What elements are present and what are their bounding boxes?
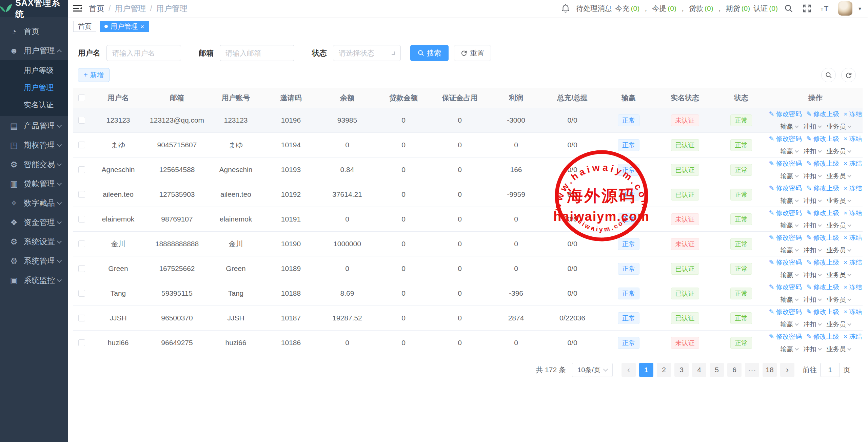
search-button[interactable]: 搜索	[410, 45, 449, 61]
sidebar-subitem-用户管理[interactable]: 用户管理	[0, 79, 68, 96]
op-dropdown-冲扣[interactable]: 冲扣	[804, 320, 821, 329]
row-checkbox[interactable]	[78, 315, 85, 321]
op-dropdown-业务员[interactable]: 业务员	[827, 147, 851, 156]
op-dropdown-冲扣[interactable]: 冲扣	[804, 122, 821, 131]
reset-button[interactable]: 重置	[454, 45, 491, 61]
op-冻结[interactable]: × 冻结	[844, 159, 862, 168]
op-dropdown-输赢[interactable]: 输赢	[781, 271, 798, 279]
op-dropdown-输赢[interactable]: 输赢	[781, 345, 798, 354]
op-dropdown-业务员[interactable]: 业务员	[827, 246, 851, 255]
row-checkbox[interactable]	[78, 290, 85, 297]
op-dropdown-业务员[interactable]: 业务员	[827, 122, 851, 131]
op-修改上级[interactable]: ✎ 修改上级	[806, 110, 839, 119]
op-修改上级[interactable]: ✎ 修改上级	[806, 233, 839, 242]
op-修改密码[interactable]: ✎ 修改密码	[769, 233, 802, 242]
op-冻结[interactable]: × 冻结	[844, 184, 862, 193]
op-修改密码[interactable]: ✎ 修改密码	[769, 308, 802, 316]
avatar-caret-icon[interactable]: ▾	[859, 5, 861, 12]
op-冻结[interactable]: × 冻结	[844, 258, 862, 267]
sidebar-item-产品管理[interactable]: ▤ 产品管理	[0, 116, 68, 135]
breadcrumb-item[interactable]: 用户管理	[115, 3, 146, 14]
op-dropdown-输赢[interactable]: 输赢	[781, 122, 798, 131]
op-dropdown-冲扣[interactable]: 冲扣	[804, 196, 821, 205]
sidebar-item-数字藏品[interactable]: ✧ 数字藏品	[0, 193, 68, 213]
font-size-icon[interactable]: T T	[818, 1, 833, 16]
row-checkbox[interactable]	[78, 117, 85, 124]
sidebar-item-智能交易[interactable]: ⚙ 智能交易	[0, 155, 68, 174]
fullscreen-icon[interactable]	[800, 1, 814, 16]
op-冻结[interactable]: × 冻结	[844, 233, 862, 242]
op-dropdown-业务员[interactable]: 业务员	[827, 320, 851, 329]
op-修改密码[interactable]: ✎ 修改密码	[769, 258, 802, 267]
op-修改上级[interactable]: ✎ 修改上级	[806, 283, 839, 292]
prev-page-button[interactable]: ‹	[622, 363, 636, 377]
op-dropdown-冲扣[interactable]: 冲扣	[804, 295, 821, 304]
row-checkbox[interactable]	[78, 191, 85, 198]
op-冻结[interactable]: × 冻结	[844, 110, 862, 119]
op-修改上级[interactable]: ✎ 修改上级	[806, 209, 839, 217]
op-dropdown-业务员[interactable]: 业务员	[827, 196, 851, 205]
row-checkbox[interactable]	[78, 166, 85, 173]
op-dropdown-冲扣[interactable]: 冲扣	[804, 345, 821, 354]
op-修改密码[interactable]: ✎ 修改密码	[769, 209, 802, 217]
sidebar-subitem-用户等级[interactable]: 用户等级	[0, 62, 68, 79]
op-dropdown-输赢[interactable]: 输赢	[781, 147, 798, 156]
op-dropdown-冲扣[interactable]: 冲扣	[804, 172, 821, 181]
op-dropdown-业务员[interactable]: 业务员	[827, 271, 851, 279]
op-修改上级[interactable]: ✎ 修改上级	[806, 184, 839, 193]
tab-首页[interactable]: 首页	[73, 21, 96, 32]
op-dropdown-输赢[interactable]: 输赢	[781, 221, 798, 230]
op-dropdown-业务员[interactable]: 业务员	[827, 295, 851, 304]
op-修改密码[interactable]: ✎ 修改密码	[769, 332, 802, 341]
bell-icon[interactable]	[558, 1, 573, 16]
tab-用户管理[interactable]: 用户管理 ×	[100, 21, 149, 32]
page-button-4[interactable]: 4	[692, 363, 706, 377]
op-dropdown-输赢[interactable]: 输赢	[781, 172, 798, 181]
op-冻结[interactable]: × 冻结	[844, 308, 862, 316]
op-dropdown-冲扣[interactable]: 冲扣	[804, 246, 821, 255]
status-select[interactable]: 请选择状态	[333, 45, 401, 61]
op-修改密码[interactable]: ✎ 修改密码	[769, 159, 802, 168]
user-avatar[interactable]	[838, 1, 852, 16]
op-修改上级[interactable]: ✎ 修改上级	[806, 258, 839, 267]
page-button-18[interactable]: 18	[763, 363, 777, 377]
next-page-button[interactable]: ›	[780, 363, 794, 377]
add-user-button[interactable]: + 新增	[78, 68, 110, 82]
page-size-select[interactable]: 10条/页	[572, 363, 613, 377]
sidebar-item-系统设置[interactable]: ⚙ 系统设置	[0, 232, 68, 251]
sidebar-item-首页[interactable]: ◔ 首页	[0, 22, 68, 41]
row-checkbox[interactable]	[78, 216, 85, 223]
page-button-2[interactable]: 2	[657, 363, 671, 377]
op-dropdown-冲扣[interactable]: 冲扣	[804, 147, 821, 156]
breadcrumb-item[interactable]: 用户管理	[156, 3, 188, 14]
row-checkbox[interactable]	[78, 142, 85, 148]
op-dropdown-输赢[interactable]: 输赢	[781, 246, 798, 255]
op-修改上级[interactable]: ✎ 修改上级	[806, 332, 839, 341]
hamburger-icon[interactable]	[68, 0, 87, 17]
sidebar-item-用户管理[interactable]: ☻ 用户管理	[0, 41, 68, 60]
username-input[interactable]	[106, 45, 181, 61]
op-dropdown-输赢[interactable]: 输赢	[781, 295, 798, 304]
select-all-checkbox[interactable]	[78, 94, 85, 101]
op-冻结[interactable]: × 冻结	[844, 283, 862, 292]
page-button-5[interactable]: 5	[710, 363, 724, 377]
op-修改密码[interactable]: ✎ 修改密码	[769, 283, 802, 292]
op-冻结[interactable]: × 冻结	[844, 209, 862, 217]
op-修改上级[interactable]: ✎ 修改上级	[806, 134, 839, 143]
op-修改密码[interactable]: ✎ 修改密码	[769, 134, 802, 143]
op-冻结[interactable]: × 冻结	[844, 134, 862, 143]
op-dropdown-业务员[interactable]: 业务员	[827, 345, 851, 354]
sidebar-item-期权管理[interactable]: ◳ 期权管理	[0, 135, 68, 155]
sidebar-subitem-实名认证[interactable]: 实名认证	[0, 96, 68, 113]
refresh-icon[interactable]	[841, 68, 856, 82]
page-button-6[interactable]: 6	[727, 363, 742, 377]
email-input[interactable]	[220, 45, 294, 61]
op-修改上级[interactable]: ✎ 修改上级	[806, 159, 839, 168]
breadcrumb-item[interactable]: 首页	[89, 3, 104, 14]
table-search-icon[interactable]	[821, 68, 836, 82]
sidebar-item-系统监控[interactable]: ▣ 系统监控	[0, 271, 68, 290]
op-dropdown-冲扣[interactable]: 冲扣	[804, 221, 821, 230]
row-checkbox[interactable]	[78, 240, 85, 247]
op-修改上级[interactable]: ✎ 修改上级	[806, 308, 839, 316]
sidebar-item-贷款管理[interactable]: ▥ 贷款管理	[0, 174, 68, 193]
